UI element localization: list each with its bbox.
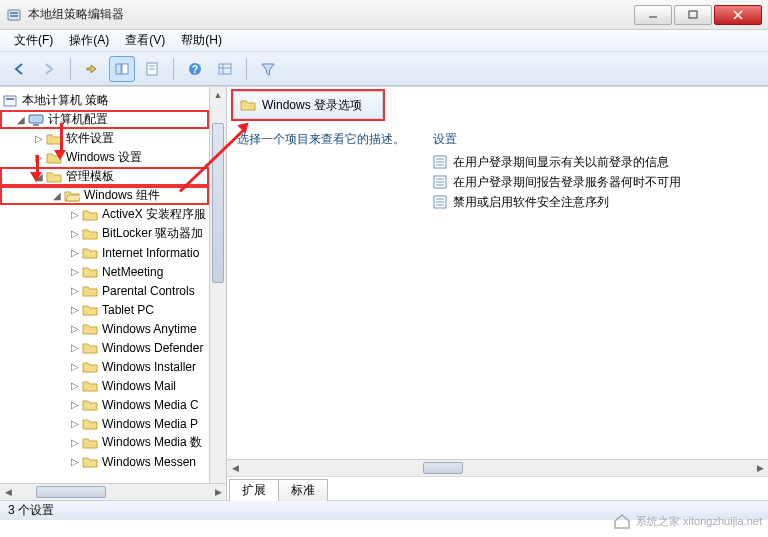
expand-icon[interactable]: ▷ bbox=[68, 342, 82, 353]
computer-icon bbox=[28, 112, 44, 128]
tree-label: 计算机配置 bbox=[48, 111, 209, 128]
svg-rect-20 bbox=[33, 124, 39, 126]
tree-child-item[interactable]: ▷ActiveX 安装程序服 bbox=[0, 205, 209, 224]
settings-column-header[interactable]: 设置 bbox=[433, 125, 758, 152]
expand-icon[interactable]: ▷ bbox=[32, 152, 46, 163]
setting-label: 禁用或启用软件安全注意序列 bbox=[453, 194, 609, 211]
expand-icon[interactable]: ▷ bbox=[68, 304, 82, 315]
tree-label: Parental Controls bbox=[102, 284, 209, 298]
tree-child-item[interactable]: ▷Windows Media C bbox=[0, 395, 209, 414]
scroll-right-arrow[interactable]: ▶ bbox=[752, 460, 768, 476]
menu-file[interactable]: 文件(F) bbox=[6, 32, 61, 49]
tree-label: Windows Defender bbox=[102, 341, 209, 355]
toolbar-separator bbox=[246, 58, 247, 80]
tree-label: Windows Messen bbox=[102, 455, 209, 469]
help-button[interactable]: ? bbox=[182, 56, 208, 82]
tree-child-item[interactable]: ▷BitLocker 驱动器加 bbox=[0, 224, 209, 243]
annotation-arrow bbox=[60, 123, 63, 153]
svg-rect-18 bbox=[6, 98, 14, 100]
description-column: 选择一个项目来查看它的描述。 bbox=[237, 125, 413, 455]
tree-root[interactable]: 本地计算机 策略 bbox=[0, 91, 209, 110]
folder-icon bbox=[82, 264, 98, 280]
folder-icon bbox=[82, 283, 98, 299]
folder-icon bbox=[82, 359, 98, 375]
scroll-thumb[interactable] bbox=[423, 462, 463, 474]
tree-child-item[interactable]: ▷Windows Media P bbox=[0, 414, 209, 433]
tree-software-settings[interactable]: ▷ 软件设置 bbox=[0, 129, 209, 148]
tree-label: Tablet PC bbox=[102, 303, 209, 317]
expand-icon[interactable]: ▷ bbox=[68, 380, 82, 391]
expand-icon[interactable]: ▷ bbox=[68, 361, 82, 372]
back-button[interactable] bbox=[6, 56, 32, 82]
expand-icon[interactable]: ▷ bbox=[68, 285, 82, 296]
expand-icon[interactable]: ▷ bbox=[68, 437, 82, 448]
show-hide-tree-button[interactable] bbox=[109, 56, 135, 82]
tree-child-item[interactable]: ▷Windows Defender bbox=[0, 338, 209, 357]
window-title: 本地组策略编辑器 bbox=[28, 6, 632, 23]
expand-icon[interactable]: ▷ bbox=[68, 228, 82, 239]
expand-icon[interactable]: ▷ bbox=[68, 209, 82, 220]
svg-rect-1 bbox=[10, 12, 18, 14]
scroll-right-arrow[interactable]: ▶ bbox=[210, 484, 226, 500]
tree-windows-components[interactable]: ◢ Windows 组件 bbox=[0, 186, 209, 205]
tree-child-item[interactable]: ▷Windows Anytime bbox=[0, 319, 209, 338]
setting-item[interactable]: 禁用或启用软件安全注意序列 bbox=[433, 192, 758, 212]
expand-icon[interactable]: ▷ bbox=[68, 247, 82, 258]
tree-computer-config[interactable]: ◢ 计算机配置 bbox=[0, 110, 209, 129]
properties-button[interactable] bbox=[139, 56, 165, 82]
maximize-button[interactable] bbox=[674, 5, 712, 25]
policy-tree[interactable]: 本地计算机 策略 ◢ 计算机配置 ▷ 软件设置 ▷ Windows 设置 ◢ 管… bbox=[0, 87, 209, 483]
folder-icon bbox=[82, 340, 98, 356]
expand-icon[interactable]: ▷ bbox=[68, 418, 82, 429]
toolbar-separator bbox=[173, 58, 174, 80]
forward-button[interactable] bbox=[36, 56, 62, 82]
folder-icon bbox=[82, 207, 98, 223]
tree-label: Windows Media 数 bbox=[102, 434, 209, 451]
expand-icon[interactable]: ▷ bbox=[32, 133, 46, 144]
minimize-button[interactable] bbox=[634, 5, 672, 25]
tree-label: Windows Media P bbox=[102, 417, 209, 431]
svg-text:?: ? bbox=[192, 64, 198, 75]
tree-pane: 本地计算机 策略 ◢ 计算机配置 ▷ 软件设置 ▷ Windows 设置 ◢ 管… bbox=[0, 87, 227, 500]
tree-child-item[interactable]: ▷Windows Mail bbox=[0, 376, 209, 395]
tab-extended[interactable]: 扩展 bbox=[229, 479, 279, 501]
tree-child-item[interactable]: ▷Windows Installer bbox=[0, 357, 209, 376]
menu-view[interactable]: 查看(V) bbox=[117, 32, 173, 49]
scroll-up-arrow[interactable]: ▲ bbox=[210, 87, 226, 103]
svg-rect-8 bbox=[122, 64, 128, 74]
scroll-left-arrow[interactable]: ◀ bbox=[227, 460, 243, 476]
collapse-icon[interactable]: ◢ bbox=[50, 190, 64, 201]
tree-child-item[interactable]: ▷Parental Controls bbox=[0, 281, 209, 300]
tree-child-item[interactable]: ▷Tablet PC bbox=[0, 300, 209, 319]
title-bar: 本地组策略编辑器 bbox=[0, 0, 768, 30]
tree-windows-settings[interactable]: ▷ Windows 设置 bbox=[0, 148, 209, 167]
expand-icon[interactable]: ▷ bbox=[68, 323, 82, 334]
tree-child-item[interactable]: ▷Internet Informatio bbox=[0, 243, 209, 262]
expand-icon[interactable]: ▷ bbox=[68, 266, 82, 277]
setting-label: 在用户登录期间显示有关以前登录的信息 bbox=[453, 154, 669, 171]
collapse-icon[interactable]: ◢ bbox=[14, 114, 28, 125]
setting-item[interactable]: 在用户登录期间报告登录服务器何时不可用 bbox=[433, 172, 758, 192]
settings-column: 设置 在用户登录期间显示有关以前登录的信息 在用户登录期间报告登录服务器何时不可… bbox=[433, 125, 758, 455]
scroll-thumb[interactable] bbox=[36, 486, 106, 498]
tree-horizontal-scrollbar[interactable]: ◀ ▶ bbox=[0, 483, 226, 500]
svg-rect-17 bbox=[4, 96, 16, 106]
tree-root-label: 本地计算机 策略 bbox=[22, 92, 209, 109]
folder-icon bbox=[82, 321, 98, 337]
filter-button[interactable] bbox=[255, 56, 281, 82]
expand-icon[interactable]: ▷ bbox=[68, 399, 82, 410]
menu-help[interactable]: 帮助(H) bbox=[173, 32, 230, 49]
menu-action[interactable]: 操作(A) bbox=[61, 32, 117, 49]
tab-standard[interactable]: 标准 bbox=[278, 479, 328, 501]
setting-item[interactable]: 在用户登录期间显示有关以前登录的信息 bbox=[433, 152, 758, 172]
folder-icon bbox=[82, 435, 98, 451]
expand-icon[interactable]: ▷ bbox=[68, 456, 82, 467]
close-button[interactable] bbox=[714, 5, 762, 25]
tree-child-item[interactable]: ▷Windows Media 数 bbox=[0, 433, 209, 452]
tree-child-item[interactable]: ▷Windows Messen bbox=[0, 452, 209, 471]
up-one-level-button[interactable] bbox=[79, 56, 105, 82]
options-icon[interactable] bbox=[212, 56, 238, 82]
scroll-left-arrow[interactable]: ◀ bbox=[0, 484, 16, 500]
tree-child-item[interactable]: ▷NetMeeting bbox=[0, 262, 209, 281]
content-horizontal-scrollbar[interactable]: ◀ ▶ bbox=[227, 459, 768, 476]
